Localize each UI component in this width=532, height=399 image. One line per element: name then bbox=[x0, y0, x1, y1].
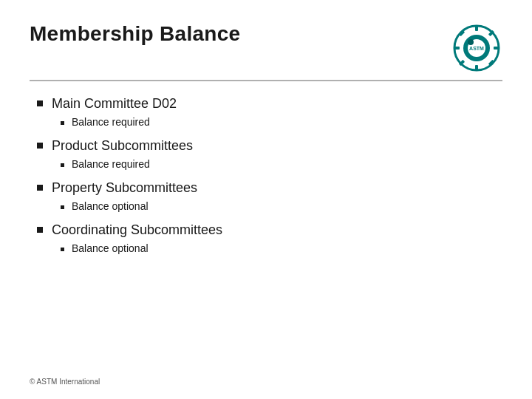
sub-items-group: Balance required bbox=[61, 158, 502, 170]
list-item: Balance optional bbox=[61, 200, 502, 212]
svg-text:ASTM: ASTM bbox=[469, 46, 484, 51]
list-item: Property Subcommittees bbox=[37, 180, 502, 196]
copyright-text: © ASTM International bbox=[30, 378, 100, 386]
sub-bullet-icon bbox=[61, 163, 64, 167]
header: Membership Balance bbox=[30, 22, 502, 74]
sub-item-label: Balance optional bbox=[72, 242, 149, 254]
list-item: Main Committee D02 bbox=[37, 96, 502, 112]
svg-rect-3 bbox=[475, 25, 478, 31]
page: Membership Balance bbox=[0, 0, 532, 399]
svg-rect-4 bbox=[475, 65, 478, 71]
astm-logo: ASTM bbox=[451, 22, 502, 74]
svg-rect-5 bbox=[454, 47, 460, 50]
sub-item-label: Balance optional bbox=[72, 200, 149, 212]
list-item: Product Subcommittees bbox=[37, 138, 502, 154]
bullet-icon bbox=[37, 100, 43, 106]
content: Main Committee D02 Balance required Prod… bbox=[30, 96, 502, 254]
bullet-icon bbox=[37, 143, 43, 149]
footer: © ASTM International bbox=[30, 378, 100, 386]
header-divider bbox=[30, 80, 502, 81]
list-item: Balance optional bbox=[61, 242, 502, 254]
sub-bullet-icon bbox=[61, 121, 64, 125]
list-item: Coordinating Subcommittees bbox=[37, 222, 502, 238]
sub-bullet-icon bbox=[61, 248, 64, 251]
svg-point-11 bbox=[468, 39, 474, 45]
sub-items-group: Balance optional bbox=[61, 242, 502, 254]
sub-items-group: Balance required bbox=[61, 116, 502, 128]
main-item-label: Coordinating Subcommittees bbox=[52, 222, 222, 238]
sub-item-label: Balance required bbox=[72, 116, 150, 128]
sub-bullet-icon bbox=[61, 205, 64, 209]
main-item-label: Main Committee D02 bbox=[52, 96, 177, 112]
list-item: Balance required bbox=[61, 116, 502, 128]
svg-rect-6 bbox=[494, 47, 499, 50]
main-item-label: Property Subcommittees bbox=[52, 180, 197, 196]
bullet-icon bbox=[37, 227, 43, 233]
page-title: Membership Balance bbox=[30, 22, 241, 46]
list-item: Balance required bbox=[61, 158, 502, 170]
sub-items-group: Balance optional bbox=[61, 200, 502, 212]
main-item-label: Product Subcommittees bbox=[52, 138, 193, 154]
sub-item-label: Balance required bbox=[72, 158, 150, 170]
bullet-icon bbox=[37, 185, 43, 191]
